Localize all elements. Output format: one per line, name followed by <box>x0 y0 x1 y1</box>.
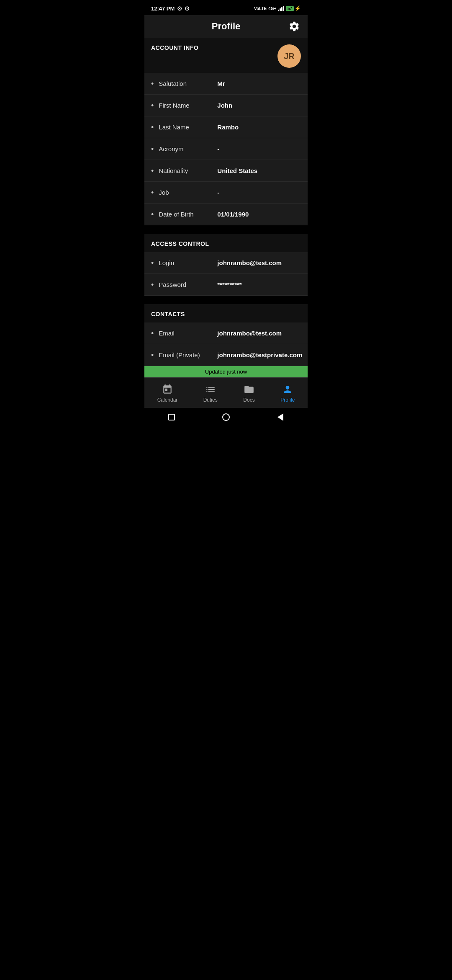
bullet-icon: • <box>151 211 154 218</box>
back-button[interactable] <box>276 413 285 421</box>
recent-apps-button[interactable] <box>167 413 176 421</box>
login-label: Login <box>159 259 217 266</box>
firstname-row: • First Name John <box>144 95 308 116</box>
home-button[interactable] <box>222 413 230 421</box>
bullet-icon: • <box>151 281 154 289</box>
settings-button[interactable] <box>288 20 301 33</box>
password-label: Password <box>159 281 217 288</box>
firstname-label: First Name <box>159 102 217 109</box>
access-control-section-header: ACCESS CONTROL <box>144 234 308 252</box>
acronym-value: - <box>217 145 301 152</box>
bullet-icon: • <box>151 351 154 359</box>
status-time: 12:47 PM ⊙ ⊙ <box>151 5 190 12</box>
calendar-icon <box>162 384 173 395</box>
firstname-value: John <box>217 102 301 109</box>
page-title: Profile <box>212 21 240 32</box>
bottom-navigation: Calendar Duties Docs Profile <box>144 377 308 408</box>
nationality-label: Nationality <box>159 167 217 174</box>
profile-label: Profile <box>280 397 295 403</box>
status-bar: 12:47 PM ⊙ ⊙ VoLTE 4G+ 57 ⚡ <box>144 0 308 15</box>
dob-label: Date of Birth <box>159 211 217 218</box>
account-info-title: ACCOUNT INFO <box>151 44 198 51</box>
bullet-icon: • <box>151 167 154 175</box>
battery-icon: 57 ⚡ <box>286 5 301 11</box>
contacts-title: CONTACTS <box>151 311 185 317</box>
email-value: johnrambo@test.com <box>217 330 301 337</box>
nav-item-profile[interactable]: Profile <box>274 382 301 405</box>
bullet-icon: • <box>151 330 154 337</box>
email-private-value: johnrambo@testprivate.com <box>217 351 302 358</box>
dob-row: • Date of Birth 01/01/1990 <box>144 204 308 225</box>
android-navigation-bar <box>144 408 308 428</box>
contacts-section-header: CONTACTS <box>144 304 308 322</box>
email-private-label: Email (Private) <box>159 351 217 358</box>
lastname-label: Last Name <box>159 124 217 131</box>
page-header: Profile <box>144 15 308 38</box>
bullet-icon: • <box>151 189 154 196</box>
acronym-row: • Acronym - <box>144 138 308 160</box>
nav-item-calendar[interactable]: Calendar <box>151 382 185 405</box>
access-control-title: ACCESS CONTROL <box>151 240 209 247</box>
nav-item-duties[interactable]: Duties <box>197 382 224 405</box>
section-gap-1 <box>144 225 308 234</box>
password-value: ********** <box>217 281 301 288</box>
login-value: johnrambo@test.com <box>217 259 301 266</box>
email-label: Email <box>159 330 217 337</box>
access-control-fields: • Login johnrambo@test.com • Password **… <box>144 252 308 296</box>
calendar-label: Calendar <box>157 397 178 403</box>
nationality-value: United States <box>217 167 301 174</box>
lastname-value: Rambo <box>217 124 301 131</box>
update-bar: Updated just now <box>144 366 308 377</box>
job-value: - <box>217 189 301 196</box>
login-row: • Login johnrambo@test.com <box>144 252 308 274</box>
lastname-row: • Last Name Rambo <box>144 116 308 138</box>
volte-icon: VoLTE <box>254 6 267 11</box>
duties-label: Duties <box>203 397 218 403</box>
salutation-value: Mr <box>217 80 301 87</box>
password-row: • Password ********** <box>144 274 308 296</box>
bullet-icon: • <box>151 259 154 267</box>
bullet-icon: • <box>151 102 154 109</box>
nationality-row: • Nationality United States <box>144 160 308 182</box>
account-info-fields: • Salutation Mr • First Name John • Last… <box>144 73 308 225</box>
email-row: • Email johnrambo@test.com <box>144 322 308 344</box>
salutation-label: Salutation <box>159 80 217 87</box>
bullet-icon: • <box>151 145 154 153</box>
section-gap-2 <box>144 296 308 304</box>
nav-item-docs[interactable]: Docs <box>236 382 262 405</box>
update-text: Updated just now <box>205 369 247 375</box>
job-row: • Job - <box>144 182 308 204</box>
gear-icon <box>288 21 300 32</box>
bullet-icon: • <box>151 124 154 131</box>
account-info-section-header: ACCOUNT INFO JR <box>144 38 308 73</box>
profile-nav-icon <box>282 384 293 395</box>
network-type-icon: 4G+ <box>268 6 276 11</box>
salutation-row: • Salutation Mr <box>144 73 308 95</box>
docs-label: Docs <box>243 397 254 403</box>
signal-bars-icon <box>278 5 284 11</box>
docs-icon <box>243 384 255 395</box>
job-label: Job <box>159 189 217 196</box>
duties-icon <box>205 384 216 395</box>
acronym-label: Acronym <box>159 145 217 152</box>
status-icons: VoLTE 4G+ 57 ⚡ <box>254 5 301 11</box>
email-private-row: • Email (Private) johnrambo@testprivate.… <box>144 344 308 366</box>
contacts-fields: • Email johnrambo@test.com • Email (Priv… <box>144 322 308 366</box>
bullet-icon: • <box>151 80 154 88</box>
dob-value: 01/01/1990 <box>217 211 301 218</box>
avatar: JR <box>277 44 301 68</box>
